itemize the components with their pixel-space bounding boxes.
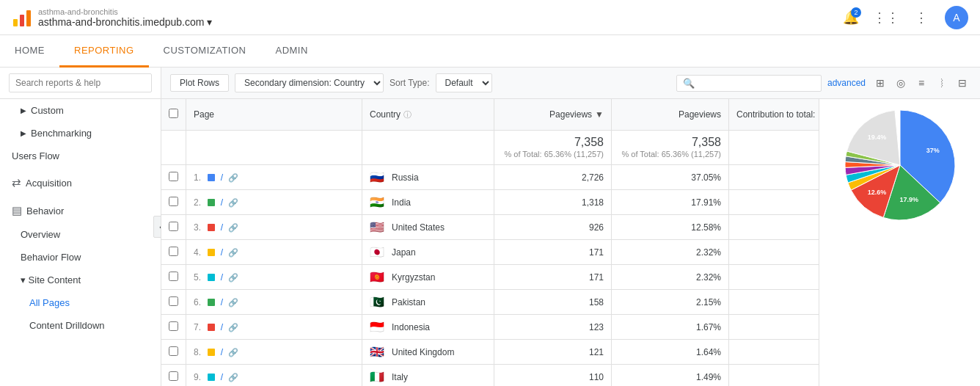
page-link[interactable]: / (221, 247, 223, 258)
row-checkbox-cell (161, 365, 186, 387)
page-link[interactable]: / (221, 297, 223, 307)
flag-icon: 🇺🇸 (370, 220, 384, 234)
page-color-indicator (208, 274, 215, 281)
search-field[interactable] (698, 78, 815, 88)
list-view-icon[interactable]: ≡ (913, 74, 930, 92)
page-link-icon[interactable]: 🔗 (228, 223, 238, 232)
tab-customization[interactable]: CUSTOMIZATION (149, 35, 261, 68)
country-info-icon[interactable]: ⓘ (403, 109, 412, 120)
table-view-icon[interactable]: ⊟ (954, 74, 971, 92)
tab-reporting[interactable]: REPORTING (59, 35, 149, 68)
pie-label: 37% (926, 147, 940, 154)
country-name: Italy (392, 372, 408, 382)
row-page-cell: 3. / 🔗 (186, 215, 362, 240)
data-table: Page Country ⓘ Pageviews (161, 99, 819, 386)
country-name: Russia (392, 172, 419, 183)
row-pv1-cell: 926 (494, 215, 612, 240)
arrow-icon: ▶ (21, 129, 26, 137)
search-input[interactable] (9, 73, 152, 92)
tab-home[interactable]: HOME (0, 35, 59, 68)
sidebar-item-acquisition[interactable]: ⇄ Acquisition (0, 170, 161, 195)
row-pv2-cell: 2.15% (612, 290, 729, 315)
table-row: 5. / 🔗 🇰🇬 Kyrgyzstan 171 2.32% (161, 265, 819, 290)
row-checkbox[interactable] (169, 247, 178, 256)
row-country-cell: 🇬🇧 United Kingdom (362, 340, 494, 365)
filter-view-icon[interactable]: ⧘ (933, 74, 951, 92)
sort-arrow-icon[interactable]: ▼ (595, 109, 604, 120)
table-row: 2. / 🔗 🇮🇳 India 1,318 17.91% (161, 190, 819, 215)
pie-label: 17.9% (900, 196, 919, 203)
country-value: 🇰🇬 Kyrgyzstan (370, 270, 486, 284)
page-link[interactable]: / (221, 372, 223, 382)
pie-view-icon[interactable]: ◎ (892, 74, 910, 92)
sidebar-item-content-drilldown[interactable]: Content Drilldown (0, 314, 161, 337)
page-link[interactable]: / (221, 272, 223, 283)
avatar[interactable]: A (945, 6, 968, 29)
analytics-logo (12, 7, 32, 28)
row-checkbox[interactable] (169, 172, 178, 181)
row-page-cell: 1. / 🔗 (186, 165, 362, 190)
toolbar: Plot Rows Secondary dimension: Country S… (161, 68, 980, 99)
row-number: 4. (194, 247, 201, 258)
site-name[interactable]: asthma-and-bronchitis.imedpub.com ▾ (38, 16, 212, 28)
page-link-icon[interactable]: 🔗 (228, 298, 238, 307)
sidebar-item-behavior[interactable]: ▤ Behavior (0, 198, 161, 223)
row-checkbox[interactable] (169, 272, 178, 281)
sidebar-item-behavior-flow[interactable]: Behavior Flow (0, 246, 161, 269)
page-link-icon[interactable]: 🔗 (228, 248, 238, 257)
page-link-icon[interactable]: 🔗 (228, 198, 238, 207)
arrow-icon: ▶ (21, 106, 26, 114)
top-bar-right: 🔔 2 ⋮⋮ ⋮ A (839, 6, 968, 29)
sidebar-toggle[interactable]: ‹ (153, 216, 161, 238)
page-link[interactable]: / (221, 222, 223, 233)
plot-rows-button[interactable]: Plot Rows (170, 74, 229, 92)
row-checkbox[interactable] (169, 296, 178, 306)
page-link[interactable]: / (221, 172, 223, 183)
sidebar-item-custom[interactable]: ▶ Custom (0, 99, 161, 122)
page-link[interactable]: / (221, 322, 223, 332)
page-link-icon[interactable]: 🔗 (228, 323, 238, 332)
sidebar-item-users-flow[interactable]: Users Flow (0, 145, 161, 167)
row-checkbox[interactable] (169, 371, 178, 381)
apps-button[interactable]: ⋮⋮ (874, 6, 898, 29)
page-color-indicator (208, 299, 215, 306)
sidebar-item-site-content[interactable]: ▾ Site Content (0, 269, 161, 291)
table-wrapper: Page Country ⓘ Pageviews (161, 99, 980, 386)
row-checkbox[interactable] (169, 197, 178, 206)
top-bar-left: asthma-and-bronchitis asthma-and-bronchi… (12, 7, 212, 28)
sidebar-item-benchmarking[interactable]: ▶ Benchmarking (0, 122, 161, 145)
page-link[interactable]: / (221, 347, 223, 357)
acquisition-icon: ⇄ (12, 176, 21, 189)
page-link-icon[interactable]: 🔗 (228, 348, 238, 357)
page-link[interactable]: / (221, 197, 223, 208)
tab-admin[interactable]: ADMIN (260, 35, 322, 68)
row-checkbox[interactable] (169, 222, 178, 231)
page-link-icon[interactable]: 🔗 (228, 273, 238, 282)
row-checkbox-cell (161, 340, 186, 365)
row-checkbox[interactable] (169, 321, 178, 331)
th-page: Page (186, 99, 362, 131)
sidebar-item-all-pages[interactable]: All Pages (0, 291, 161, 314)
notification-button[interactable]: 🔔 2 (839, 6, 863, 29)
table-row: 6. / 🔗 🇵🇰 Pakistan 158 2.15% (161, 290, 819, 315)
country-value: 🇮🇳 India (370, 195, 486, 209)
table-row: 8. / 🔗 🇬🇧 United Kingdom 121 1.64% (161, 340, 819, 365)
secondary-dimension-select[interactable]: Secondary dimension: Country (235, 73, 384, 92)
main-layout: ▶ Custom ▶ Benchmarking Users Flow ⇄ Acq… (0, 68, 980, 386)
row-pv1-cell: 171 (494, 265, 612, 290)
row-contrib-cell (729, 215, 819, 240)
country-name: Kyrgyzstan (392, 272, 435, 283)
select-all-checkbox[interactable] (169, 109, 178, 118)
row-checkbox-cell (161, 290, 186, 315)
sidebar-item-overview[interactable]: Overview (0, 223, 161, 246)
grid-view-icon[interactable]: ⊞ (871, 74, 889, 92)
page-link-icon[interactable]: 🔗 (228, 373, 238, 382)
page-link-icon[interactable]: 🔗 (228, 173, 238, 182)
row-pv2-cell: 1.67% (612, 315, 729, 340)
row-number: 8. (194, 347, 201, 357)
row-checkbox[interactable] (169, 346, 178, 356)
sort-type-label: Sort Type: (390, 78, 429, 88)
more-options-button[interactable]: ⋮ (910, 6, 933, 29)
advanced-link[interactable]: advanced (827, 78, 866, 88)
sort-type-select[interactable]: Default (436, 73, 492, 92)
